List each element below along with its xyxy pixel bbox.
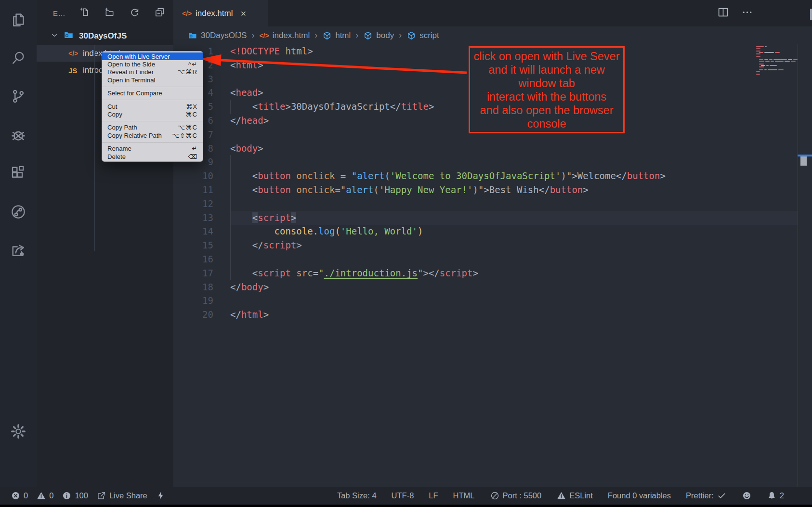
sidebar-item-root-folder[interactable]: 30DaysOfJS — [37, 28, 173, 44]
activity-bar-item[interactable] — [0, 193, 37, 231]
line-number: 12 — [187, 197, 213, 211]
collapse-all-icon[interactable] — [154, 7, 165, 20]
activity-bar-item[interactable] — [0, 154, 37, 193]
scrollbar-thumb[interactable] — [800, 156, 807, 166]
menu-item-open-with-live-server[interactable]: Open with Live Server — [102, 52, 203, 60]
menu-separator — [102, 87, 203, 87]
code-line-10[interactable]: 10 <button onclick = "alert('Welcome to … — [173, 169, 812, 183]
breadcrumb-item-script[interactable]: script — [406, 31, 439, 40]
new-folder-icon[interactable] — [104, 7, 115, 20]
annotation-text: click on open with Live Sever — [470, 50, 623, 63]
menu-item-shortcut: ⌫ — [188, 153, 197, 160]
js-file-icon: JS — [68, 66, 83, 75]
status-item-lf[interactable]: LF — [429, 491, 438, 500]
explorer-title: E… — [53, 9, 65, 17]
breadcrumb-item-30DaysOfJS[interactable]: 30DaysOfJS — [188, 31, 247, 40]
context-menu: Open with Live ServerOpen to the Side^↵R… — [102, 51, 203, 162]
new-folder-icon — [104, 7, 115, 18]
menu-item-delete[interactable]: Delete⌫ — [102, 153, 203, 160]
code-line-9[interactable]: 9 — [173, 155, 812, 169]
menu-item-rename[interactable]: Rename↵ — [102, 145, 203, 153]
code-line-16[interactable]: 16 — [173, 252, 812, 266]
new-file-icon[interactable] — [79, 7, 90, 20]
tab-label: index.html — [196, 9, 233, 18]
code-line-12[interactable]: 12 — [173, 197, 812, 211]
menu-item-open-to-the-side[interactable]: Open to the Side^↵ — [102, 60, 203, 68]
status-item-prettier-[interactable]: Prettier: — [686, 491, 727, 501]
annotation-text: interact with the buttons — [470, 90, 623, 104]
breadcrumb-item-body[interactable]: body — [363, 31, 394, 40]
code-line-14[interactable]: 14 console.log('Hello, World') — [173, 224, 812, 238]
code-line-11[interactable]: 11 <button onclick="alert('Happy New Yea… — [173, 183, 812, 197]
debug-icon — [10, 126, 27, 143]
status-item-port-5500[interactable]: Port : 5500 — [490, 491, 542, 501]
menu-item-shortcut: ^↵ — [188, 61, 197, 68]
breadcrumb: 30DaysOfJS›</>index.html›html›body›scrip… — [173, 26, 812, 44]
minimap[interactable] — [756, 46, 798, 75]
status-item-0[interactable]: 0 — [36, 491, 53, 501]
breadcrumb-label: 30DaysOfJS — [201, 31, 247, 40]
code-line-8[interactable]: 8<body> — [173, 142, 812, 156]
status-item-label: LF — [429, 491, 438, 500]
vscode-window: E… 30DaysOfJS </>index.htmlJSintroductio… — [0, 0, 812, 507]
code-line-20[interactable]: 20</html> — [173, 308, 812, 322]
activity-bar-item[interactable] — [0, 231, 37, 270]
status-item-eslint[interactable]: ESLint — [556, 491, 593, 501]
html-file-icon: </> — [182, 10, 196, 17]
menu-item-copy-relative-path[interactable]: Copy Relative Path⌥⇧⌘C — [102, 131, 203, 139]
code-text: </script> — [230, 238, 302, 252]
status-item-smiley-icon[interactable] — [742, 491, 752, 501]
menu-item-cut[interactable]: Cut⌘X — [102, 103, 203, 110]
breadcrumb-separator: › — [399, 30, 402, 40]
status-item-0[interactable]: 0 — [11, 491, 28, 501]
symbol-cube-icon — [406, 31, 416, 40]
line-number: 16 — [187, 252, 213, 266]
status-item-lightning-icon[interactable] — [156, 491, 166, 501]
breadcrumb-item-index.html[interactable]: </>index.html — [259, 31, 310, 40]
menu-item-copy[interactable]: Copy⌘C — [102, 110, 203, 118]
activity-bar — [0, 0, 37, 487]
gear-icon — [10, 423, 27, 440]
menu-item-open-in-terminal[interactable]: Open in Terminal — [102, 76, 203, 84]
activity-bar-item[interactable] — [0, 0, 37, 39]
status-item-2[interactable]: 2 — [767, 491, 784, 501]
status-item-html[interactable]: HTML — [453, 491, 475, 500]
status-item-found-0-variables[interactable]: Found 0 variables — [608, 491, 671, 500]
status-item-label: Tab Size: 4 — [337, 491, 377, 500]
code-line-15[interactable]: 15 </script> — [173, 238, 812, 252]
code-line-13[interactable]: 13 <script> — [173, 211, 812, 225]
menu-item-reveal-in-finder[interactable]: Reveal in Finder⌥⌘R — [102, 68, 203, 76]
manage-button[interactable] — [0, 412, 37, 451]
status-item-utf-8[interactable]: UTF-8 — [392, 491, 414, 500]
status-item-label: HTML — [453, 491, 475, 500]
code-line-19[interactable]: 19 — [173, 294, 812, 308]
more-actions-icon[interactable] — [741, 6, 753, 20]
refresh-icon[interactable] — [129, 7, 140, 20]
tab-index-html[interactable]: </> index.html × — [173, 0, 268, 26]
activity-bar-item[interactable] — [0, 77, 37, 116]
menu-item-label: Open in Terminal — [107, 77, 155, 84]
menu-item-label: Cut — [107, 103, 118, 110]
breadcrumb-label: script — [419, 31, 439, 40]
editor-tab-bar: </> index.html × — [173, 0, 812, 26]
port-icon — [490, 491, 500, 501]
status-item-live-share[interactable]: Live Share — [96, 491, 147, 501]
menu-item-select-for-compare[interactable]: Select for Compare — [102, 90, 203, 97]
more-actions-icon — [741, 6, 753, 18]
breadcrumb-separator: › — [251, 30, 254, 40]
activity-bar-item[interactable] — [0, 39, 37, 77]
menu-item-copy-path[interactable]: Copy Path⌥⌘C — [102, 124, 203, 131]
split-editor-icon[interactable] — [717, 6, 729, 20]
warning-icon — [556, 491, 566, 501]
status-item-tab-size-4[interactable]: Tab Size: 4 — [337, 491, 377, 500]
line-number: 14 — [187, 224, 213, 238]
explorer-header: E… — [37, 0, 173, 26]
bottom-strip — [0, 505, 812, 507]
status-item-100[interactable]: 100 — [62, 491, 88, 501]
refresh-icon — [129, 7, 140, 18]
code-line-17[interactable]: 17 <script src="./introduction.js"></scr… — [173, 266, 812, 280]
breadcrumb-item-html[interactable]: html — [322, 31, 351, 40]
activity-bar-item[interactable] — [0, 116, 37, 154]
close-icon[interactable]: × — [240, 9, 246, 18]
code-line-18[interactable]: 18</body> — [173, 280, 812, 294]
